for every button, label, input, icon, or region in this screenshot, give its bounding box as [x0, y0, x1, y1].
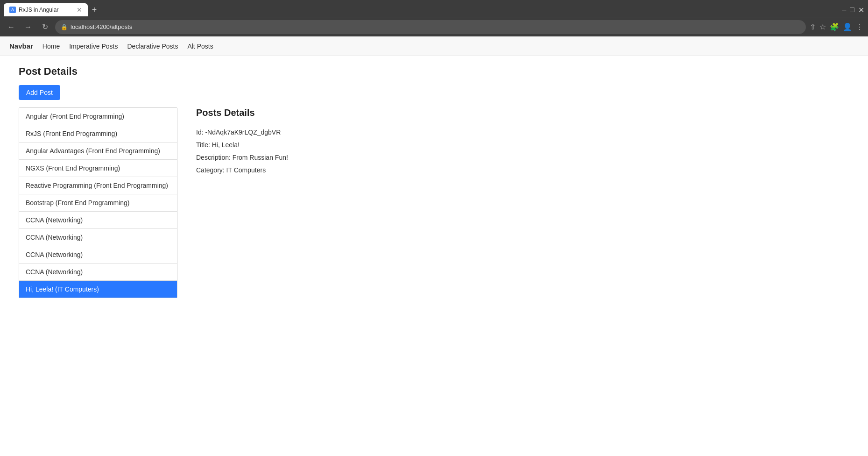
- page-content: Post Details Add Post Angular (Front End…: [0, 56, 868, 307]
- post-detail-title: Title: Hi, Leela!: [196, 140, 849, 150]
- new-tab-button[interactable]: +: [88, 3, 101, 16]
- post-details-panel-title: Posts Details: [196, 107, 849, 118]
- navbar: Navbar Home Imperative Posts Declarative…: [0, 36, 868, 56]
- list-item[interactable]: Reactive Programming (Front End Programm…: [19, 177, 177, 194]
- tab-favicon: A: [9, 7, 16, 13]
- profile-icon[interactable]: 👤: [843, 22, 852, 31]
- menu-icon[interactable]: ⋮: [856, 22, 863, 31]
- list-item-active[interactable]: Hi, Leela! (IT Computers): [19, 281, 177, 298]
- maximize-icon[interactable]: □: [850, 6, 854, 14]
- navbar-brand: Navbar: [9, 42, 33, 50]
- nav-link-imperative-posts[interactable]: Imperative Posts: [69, 43, 118, 50]
- list-item[interactable]: NGXS (Front End Programming): [19, 160, 177, 177]
- add-post-button[interactable]: Add Post: [19, 85, 60, 100]
- share-icon[interactable]: ⇧: [810, 22, 816, 31]
- posts-list: Angular (Front End Programming) RxJS (Fr…: [19, 107, 177, 298]
- post-detail-id: Id: -NdAqk7aK9rLQZ_dgbVR: [196, 128, 849, 137]
- browser-tab-active[interactable]: A RxJS in Angular ✕: [4, 3, 88, 16]
- browser-toolbar: ← → ↻ 🔒 localhost:4200/altposts ⇧ ☆ 🧩 👤 …: [0, 17, 868, 36]
- close-window-icon[interactable]: ✕: [858, 6, 864, 14]
- browser-window-controls: – □ ✕: [842, 6, 864, 14]
- list-item[interactable]: CCNA (Networking): [19, 246, 177, 264]
- browser-chrome: A RxJS in Angular ✕ + – □ ✕ ← → ↻ 🔒 loca…: [0, 0, 868, 36]
- url-text: localhost:4200/altposts: [71, 23, 132, 30]
- main-layout: Angular (Front End Programming) RxJS (Fr…: [19, 107, 849, 298]
- tab-close-button[interactable]: ✕: [77, 7, 82, 13]
- lock-icon: 🔒: [61, 24, 68, 30]
- list-item[interactable]: CCNA (Networking): [19, 212, 177, 229]
- tab-title: RxJS in Angular: [19, 7, 74, 13]
- post-details-panel: Posts Details Id: -NdAqk7aK9rLQZ_dgbVR T…: [196, 107, 849, 178]
- browser-tab-bar: A RxJS in Angular ✕ + – □ ✕: [0, 0, 868, 17]
- nav-link-home[interactable]: Home: [42, 43, 60, 50]
- list-item[interactable]: Bootstrap (Front End Programming): [19, 194, 177, 212]
- nav-link-declarative-posts[interactable]: Declarative Posts: [127, 43, 178, 50]
- browser-toolbar-actions: ⇧ ☆ 🧩 👤 ⋮: [810, 22, 863, 31]
- address-bar[interactable]: 🔒 localhost:4200/altposts: [55, 20, 806, 34]
- back-button[interactable]: ←: [5, 21, 18, 34]
- bookmark-icon[interactable]: ☆: [819, 22, 826, 31]
- forward-button[interactable]: →: [21, 21, 35, 34]
- post-detail-description: Description: From Russian Fun!: [196, 153, 849, 163]
- list-item[interactable]: CCNA (Networking): [19, 229, 177, 246]
- nav-link-alt-posts[interactable]: Alt Posts: [187, 43, 213, 50]
- app-container: Navbar Home Imperative Posts Declarative…: [0, 36, 868, 307]
- post-detail-category: Category: IT Computers: [196, 165, 849, 175]
- list-item[interactable]: RxJS (Front End Programming): [19, 125, 177, 142]
- list-item[interactable]: Angular Advantages (Front End Programmin…: [19, 142, 177, 160]
- page-title: Post Details: [19, 65, 849, 78]
- list-item[interactable]: CCNA (Networking): [19, 264, 177, 281]
- minimize-icon[interactable]: –: [842, 6, 846, 14]
- list-item[interactable]: Angular (Front End Programming): [19, 108, 177, 125]
- refresh-button[interactable]: ↻: [38, 21, 51, 34]
- extension-icon[interactable]: 🧩: [830, 22, 839, 31]
